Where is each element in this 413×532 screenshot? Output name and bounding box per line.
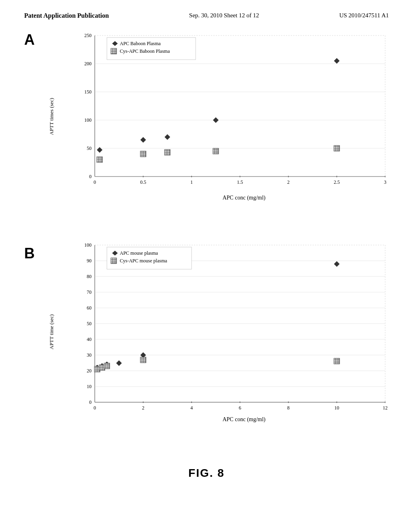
svg-text:2: 2 bbox=[142, 405, 144, 411]
svg-text:6: 6 bbox=[239, 405, 241, 411]
chart-a-x-axis-label: APC conc (mg/ml) bbox=[95, 195, 393, 201]
svg-marker-132 bbox=[334, 261, 340, 267]
svg-text:APC mouse plasma: APC mouse plasma bbox=[120, 250, 158, 256]
svg-text:150: 150 bbox=[84, 89, 92, 95]
svg-text:1: 1 bbox=[190, 179, 193, 185]
chart-b-x-axis-label: APC conc (mg/ml) bbox=[95, 416, 393, 423]
svg-text:0: 0 bbox=[94, 405, 96, 411]
header-right: US 2010/247511 A1 bbox=[339, 12, 389, 19]
svg-text:50: 50 bbox=[87, 145, 92, 151]
svg-text:Cys-APC mouse plasma: Cys-APC mouse plasma bbox=[120, 258, 167, 264]
chart-a-wrapper: APTT times (sec) bbox=[48, 31, 389, 201]
figure-label: FIG. 8 bbox=[24, 467, 389, 480]
svg-text:APC Baboon Plasma: APC Baboon Plasma bbox=[120, 41, 161, 46]
header-left: Patent Application Publication bbox=[24, 12, 109, 19]
page-content: A APTT times (sec) bbox=[0, 23, 413, 488]
svg-text:2.5: 2.5 bbox=[334, 179, 340, 185]
chart-a-svg: 0 50 100 150 200 250 0 bbox=[71, 31, 393, 193]
chart-b-y-axis-label: APTT time (sec) bbox=[48, 241, 69, 423]
svg-text:20: 20 bbox=[87, 368, 92, 374]
chart-a-label: A bbox=[24, 31, 35, 48]
chart-b-area: 0 10 20 30 40 50 60 70 bbox=[71, 241, 393, 423]
svg-text:30: 30 bbox=[87, 352, 92, 358]
svg-text:4: 4 bbox=[190, 405, 193, 411]
svg-text:Cys-APC Baboon Plasma: Cys-APC Baboon Plasma bbox=[120, 48, 170, 54]
chart-b-svg: 0 10 20 30 40 50 60 70 bbox=[71, 241, 393, 414]
svg-text:250: 250 bbox=[84, 33, 92, 38]
page-header: Patent Application Publication Sep. 30, … bbox=[0, 0, 413, 23]
svg-text:70: 70 bbox=[87, 289, 92, 295]
svg-text:60: 60 bbox=[87, 305, 92, 311]
header-center: Sep. 30, 2010 Sheet 12 of 12 bbox=[189, 12, 259, 19]
chart-a-container: APTT times (sec) bbox=[48, 31, 393, 201]
svg-marker-130 bbox=[116, 360, 122, 366]
svg-text:0: 0 bbox=[89, 174, 92, 179]
chart-b-container: APTT time (sec) bbox=[48, 241, 393, 423]
svg-text:0: 0 bbox=[89, 399, 92, 405]
svg-text:40: 40 bbox=[87, 337, 92, 342]
svg-marker-39 bbox=[97, 147, 102, 153]
chart-a-section: A APTT times (sec) bbox=[24, 31, 389, 225]
svg-text:100: 100 bbox=[84, 242, 92, 248]
svg-text:1.5: 1.5 bbox=[237, 179, 243, 185]
chart-a-y-axis-label: APTT times (sec) bbox=[48, 31, 69, 201]
svg-text:12: 12 bbox=[383, 405, 388, 411]
svg-text:90: 90 bbox=[87, 258, 92, 264]
svg-marker-42 bbox=[213, 117, 219, 123]
svg-text:200: 200 bbox=[84, 61, 92, 66]
chart-b-label: B bbox=[24, 245, 35, 262]
svg-text:10: 10 bbox=[87, 384, 92, 389]
chart-b-section: B APTT time (sec) bbox=[24, 241, 389, 451]
svg-text:8: 8 bbox=[287, 405, 290, 411]
svg-text:50: 50 bbox=[87, 321, 92, 326]
svg-marker-43 bbox=[334, 58, 340, 64]
chart-a-area: 0 50 100 150 200 250 0 bbox=[71, 31, 393, 201]
svg-text:0: 0 bbox=[94, 179, 96, 185]
svg-marker-40 bbox=[140, 137, 146, 143]
svg-text:2: 2 bbox=[287, 179, 290, 185]
svg-text:3: 3 bbox=[384, 179, 386, 185]
svg-text:10: 10 bbox=[334, 405, 339, 411]
svg-text:0.5: 0.5 bbox=[140, 179, 146, 185]
svg-marker-41 bbox=[165, 134, 170, 140]
svg-text:80: 80 bbox=[87, 274, 92, 279]
svg-text:100: 100 bbox=[84, 117, 92, 123]
chart-b-wrapper: APTT time (sec) bbox=[48, 241, 389, 423]
